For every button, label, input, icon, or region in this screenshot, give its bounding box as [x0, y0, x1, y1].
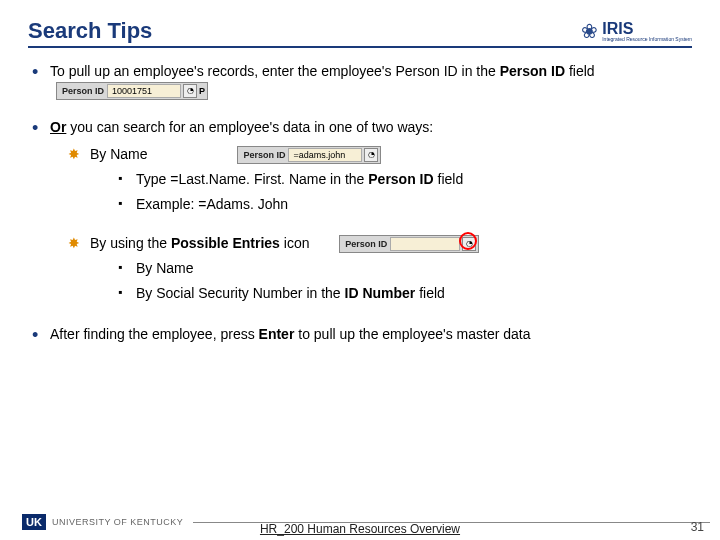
dropdown-icon: ◔	[364, 148, 378, 162]
pe-by-ssn: By Social Security Number in the ID Numb…	[118, 284, 692, 303]
person-id-field-sample-3: Person ID ◔	[339, 235, 479, 253]
iris-tagline: Integrated Resource Information System	[602, 37, 692, 42]
pe-by-name: By Name	[118, 259, 692, 278]
title-row: Search Tips ❀ IRIS Integrated Resource I…	[28, 18, 692, 48]
uk-logo: UK UNIVERSITY OF KENTUCKY	[22, 514, 183, 530]
footer-doc-title: HR_200 Human Resources Overview	[260, 522, 460, 536]
dropdown-icon: ◔	[183, 84, 197, 98]
example-line: Example: =Adams. John	[118, 195, 692, 214]
type-instruction: Type =Last.Name. First. Name in the Pers…	[118, 170, 692, 189]
bullet-1: To pull up an employee's records, enter …	[28, 62, 692, 100]
person-id-field-sample-1: Person ID 10001751 ◔ P	[56, 82, 208, 100]
page-number: 31	[691, 520, 704, 534]
page-title: Search Tips	[28, 18, 152, 44]
iris-brand: IRIS	[602, 21, 692, 37]
bullet-2: Or you can search for an employee's data…	[28, 118, 692, 303]
star-possible-entries: By using the Possible Entries icon Perso…	[68, 234, 692, 303]
person-id-field-sample-2: Person ID =adams.john ◔	[237, 146, 381, 164]
iris-flower-icon: ❀	[581, 19, 598, 43]
star-by-name: By Name Person ID =adams.john ◔ Type =La…	[68, 145, 692, 214]
bullet-list: To pull up an employee's records, enter …	[28, 62, 692, 344]
person-id-input-sample: 10001751	[107, 84, 181, 98]
iris-logo: ❀ IRIS Integrated Resource Information S…	[581, 19, 692, 43]
bullet-3: After finding the employee, press Enter …	[28, 325, 692, 344]
